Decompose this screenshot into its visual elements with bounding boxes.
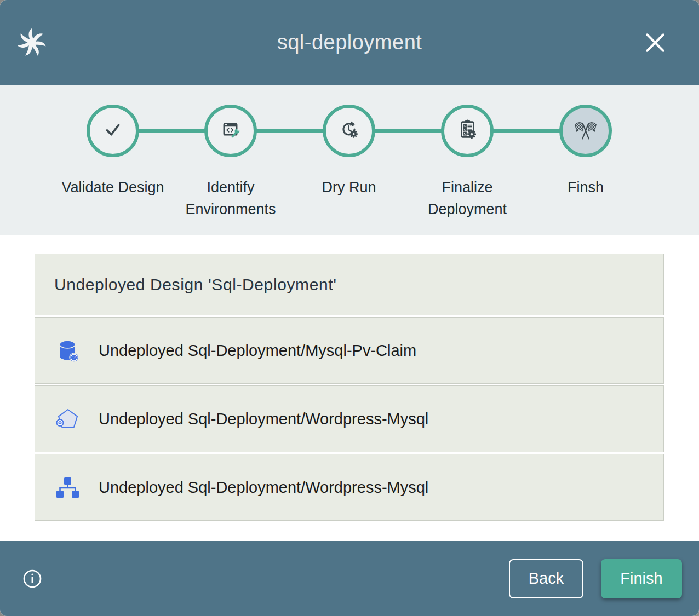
step-finalize-deployment[interactable] — [441, 105, 494, 157]
finish-button[interactable]: Finish — [601, 559, 682, 598]
wizard-content: Undeployed Design 'Sql-Deployment' ? Und… — [0, 235, 699, 541]
back-button[interactable]: Back — [509, 559, 583, 598]
code-window-wrench-icon — [218, 117, 243, 145]
checklist-gear-icon — [455, 117, 480, 145]
step-validate-design[interactable] — [87, 105, 139, 157]
modal-header: sql-deployment — [0, 0, 699, 85]
svg-text:?: ? — [72, 354, 75, 360]
wizard-stepper: Validate Design Identify Environments Dr… — [0, 85, 699, 235]
info-icon[interactable] — [21, 568, 43, 590]
design-status-text: Undeployed Design 'Sql-Deployment' — [54, 275, 336, 294]
check-icon — [100, 117, 125, 145]
pentagon-icon — [54, 406, 81, 432]
list-item: Undeployed Sql-Deployment/Wordpress-Mysq… — [35, 454, 664, 521]
close-icon[interactable] — [642, 30, 668, 56]
step-identify-environments[interactable] — [204, 105, 257, 157]
footer-actions: Back Finish — [509, 559, 699, 598]
step-label-validate-design: Validate Design — [61, 176, 165, 198]
list-item: ? Undeployed Sql-Deployment/Mysql-Pv-Cla… — [35, 317, 664, 384]
resource-status-text: Undeployed Sql-Deployment/Mysql-Pv-Claim — [99, 342, 416, 360]
step-finish[interactable] — [559, 105, 612, 157]
step-label-finish: Finsh — [534, 176, 638, 198]
step-label-dry-run: Dry Run — [297, 176, 401, 198]
deployment-wizard-modal: sql-deployment — [0, 0, 699, 616]
hierarchy-icon — [54, 474, 81, 500]
step-dry-run[interactable] — [323, 105, 375, 157]
step-label-identify-environments: Identify Environments — [179, 176, 283, 220]
resource-status-text: Undeployed Sql-Deployment/Wordpress-Mysq… — [99, 410, 428, 428]
database-icon: ? — [54, 337, 81, 364]
list-item: Undeployed Design 'Sql-Deployment' — [35, 254, 664, 315]
step-label-finalize-deployment: Finalize Deployment — [415, 176, 519, 220]
modal-title: sql-deployment — [0, 0, 699, 85]
deployment-status-panel: Undeployed Design 'Sql-Deployment' ? Und… — [35, 254, 664, 521]
sync-gear-icon — [336, 117, 362, 145]
resource-status-text: Undeployed Sql-Deployment/Wordpress-Mysq… — [99, 479, 428, 497]
modal-footer: Back Finish — [0, 541, 699, 616]
list-item: Undeployed Sql-Deployment/Wordpress-Mysq… — [35, 385, 664, 452]
checkered-flags-icon — [573, 117, 598, 145]
